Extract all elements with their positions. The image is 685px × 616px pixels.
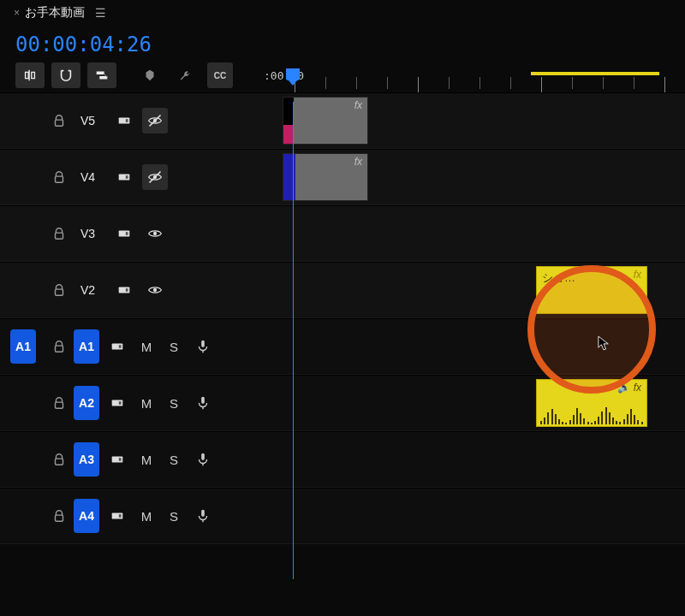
toggle-track-output-icon[interactable] <box>142 277 168 303</box>
svg-point-13 <box>153 232 157 235</box>
svg-rect-0 <box>56 120 63 126</box>
playhead-handle[interactable] <box>286 68 300 80</box>
insert-overwrite-icon[interactable] <box>15 62 45 88</box>
source-patch[interactable] <box>10 104 36 138</box>
svg-rect-5 <box>56 176 63 182</box>
track-label: V5 <box>80 114 106 127</box>
lock-icon[interactable] <box>51 226 67 241</box>
track-target[interactable]: A3 <box>74 442 99 477</box>
video-clip[interactable]: fx <box>283 97 368 145</box>
voiceover-mic-icon[interactable] <box>190 447 216 472</box>
svg-rect-20 <box>119 345 122 348</box>
source-patch[interactable] <box>10 216 36 251</box>
mute-button[interactable]: M <box>135 503 158 529</box>
mute-button[interactable]: M <box>135 447 158 472</box>
mute-button[interactable]: M <box>135 390 158 416</box>
sync-lock-icon[interactable] <box>104 390 130 416</box>
track-target[interactable]: A1 <box>74 329 99 364</box>
fx-badge: fx <box>634 269 641 281</box>
video-track-V5[interactable]: V5fx <box>0 92 685 149</box>
svg-line-4 <box>149 115 160 126</box>
time-ruler[interactable] <box>283 68 685 92</box>
sync-lock-icon[interactable] <box>111 277 137 303</box>
sequence-tab[interactable]: × お手本動画 ☰ <box>0 0 685 24</box>
voiceover-mic-icon[interactable] <box>190 390 216 416</box>
lock-icon[interactable] <box>51 282 67 298</box>
timeline-tracks: V5fxV4fxV3V2ショ…fxA1A1MSA2MS🔈fxA3MSA4MS <box>0 92 685 544</box>
lock-icon[interactable] <box>51 452 67 467</box>
voiceover-mic-icon[interactable] <box>190 334 216 359</box>
audio-track-A4[interactable]: A4MS <box>0 488 685 544</box>
svg-rect-2 <box>126 119 128 122</box>
audio-track-A1[interactable]: A1A1MS <box>0 318 685 375</box>
sync-lock-icon[interactable] <box>111 108 137 133</box>
sync-lock-icon[interactable] <box>104 503 130 529</box>
solo-button[interactable]: S <box>163 447 185 472</box>
linked-selection-icon[interactable] <box>87 62 116 88</box>
fx-badge: fx <box>634 382 641 394</box>
track-label: V2 <box>80 283 106 297</box>
toggle-track-output-icon[interactable] <box>142 164 168 190</box>
source-patch[interactable]: A1 <box>10 329 36 364</box>
audio-track-A3[interactable]: A3MS <box>0 431 685 488</box>
svg-rect-21 <box>201 341 205 347</box>
svg-rect-30 <box>56 515 63 521</box>
track-label: V3 <box>80 227 106 240</box>
svg-rect-32 <box>119 514 122 518</box>
lock-icon[interactable] <box>51 339 67 354</box>
track-target[interactable]: A4 <box>74 499 99 533</box>
svg-rect-25 <box>201 397 205 404</box>
svg-rect-10 <box>56 233 63 239</box>
toggle-track-output-icon[interactable] <box>142 108 168 133</box>
source-patch[interactable] <box>10 273 36 307</box>
video-clip[interactable]: ショ…fx <box>536 266 647 314</box>
tab-menu-icon[interactable]: ☰ <box>95 6 106 20</box>
solo-button[interactable]: S <box>163 503 185 529</box>
video-clip[interactable]: fx <box>283 153 368 201</box>
sync-lock-icon[interactable] <box>104 447 130 472</box>
playhead-timecode[interactable]: 00:00:04:26 <box>0 24 685 56</box>
audio-clip[interactable]: 🔈fx <box>536 379 647 427</box>
svg-rect-7 <box>126 175 128 179</box>
close-icon[interactable]: × <box>14 7 20 19</box>
svg-rect-26 <box>56 459 63 465</box>
captions-icon[interactable]: CC <box>207 62 233 88</box>
source-patch[interactable] <box>10 386 36 420</box>
toggle-track-output-icon[interactable] <box>142 221 168 246</box>
lock-icon[interactable] <box>51 508 67 524</box>
lock-icon[interactable] <box>51 395 67 411</box>
cursor-icon <box>598 335 610 351</box>
solo-button[interactable]: S <box>163 334 185 359</box>
voiceover-mic-icon[interactable] <box>190 503 216 529</box>
svg-point-17 <box>153 288 157 292</box>
sync-lock-icon[interactable] <box>104 334 130 359</box>
source-patch[interactable] <box>10 442 36 477</box>
video-track-V3[interactable]: V3 <box>0 205 685 262</box>
track-target[interactable]: A2 <box>74 386 99 420</box>
sync-lock-icon[interactable] <box>111 164 137 190</box>
lock-icon[interactable] <box>51 169 67 185</box>
speaker-icon: 🔈 <box>617 382 630 394</box>
video-track-V4[interactable]: V4fx <box>0 149 685 205</box>
track-label: V4 <box>80 170 106 184</box>
wrench-icon[interactable] <box>171 62 200 88</box>
solo-button[interactable]: S <box>163 390 185 416</box>
svg-rect-29 <box>201 453 205 460</box>
snap-icon[interactable] <box>51 62 80 88</box>
svg-rect-28 <box>119 458 122 461</box>
source-patch[interactable] <box>10 160 36 194</box>
svg-rect-16 <box>126 288 128 292</box>
work-area-bar[interactable] <box>531 72 659 75</box>
video-track-V2[interactable]: V2ショ…fx <box>0 262 685 318</box>
cc-label: CC <box>214 71 226 80</box>
marker-icon[interactable] <box>135 62 164 88</box>
mute-button[interactable]: M <box>135 334 158 359</box>
source-patch[interactable] <box>10 499 36 533</box>
svg-rect-24 <box>119 401 122 405</box>
svg-rect-12 <box>126 232 128 235</box>
lock-icon[interactable] <box>51 113 67 128</box>
playhead-line <box>293 102 294 579</box>
sync-lock-icon[interactable] <box>111 221 137 246</box>
audio-track-A2[interactable]: A2MS🔈fx <box>0 375 685 431</box>
fx-badge: fx <box>354 156 362 168</box>
